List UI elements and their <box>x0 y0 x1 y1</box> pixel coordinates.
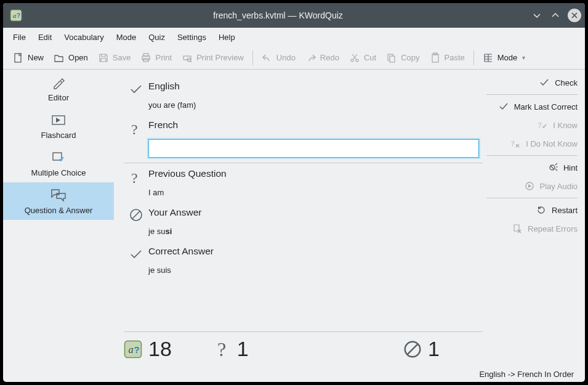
menu-file[interactable]: File <box>7 30 32 45</box>
toolbar-separator-2 <box>473 51 474 65</box>
check-icon <box>539 77 550 88</box>
undo-button-label: Undo <box>276 53 296 62</box>
body: Editor Flashcard Multiple Choice Questio… <box>3 70 585 366</box>
menu-help[interactable]: Help <box>212 30 241 45</box>
restart-button-label: Restart <box>552 206 578 215</box>
check-icon <box>124 246 148 262</box>
action-separator <box>486 94 578 95</box>
restart-icon <box>536 205 547 216</box>
sidebar-item-label: Flashcard <box>41 131 76 140</box>
answer-input[interactable] <box>148 139 479 158</box>
question-x-icon: ? <box>510 138 521 149</box>
hint-button[interactable]: Hint <box>486 158 578 177</box>
score-unanswered: ? 1 <box>216 337 249 361</box>
correct-answer-row: Correct Answer je suis <box>124 241 483 280</box>
minimize-button[interactable] <box>531 9 543 22</box>
score-row: a ? 18 ? 1 <box>124 331 483 361</box>
print-preview-icon <box>182 52 193 63</box>
score-remaining-value: 18 <box>148 337 172 361</box>
repeat-errors-label: Repeat Errors <box>528 224 578 233</box>
play-audio-label: Play Audio <box>540 182 578 191</box>
copy-button-label: Copy <box>401 53 419 62</box>
mark-last-correct-label: Mark Last Correct <box>514 102 578 111</box>
print-preview-button-label: Print Preview <box>196 53 244 62</box>
menu-edit[interactable]: Edit <box>32 30 58 45</box>
status-text: English -> French In Order <box>479 370 574 379</box>
mode-icon <box>483 52 494 63</box>
svg-line-23 <box>132 211 140 219</box>
window-title: french_verbs.kvtml — KWordQuiz <box>25 10 531 20</box>
cut-button: Cut <box>344 50 381 66</box>
print-button-label: Print <box>155 53 172 62</box>
window-buttons <box>531 9 581 22</box>
question-icon: ? <box>124 120 148 137</box>
multiple-choice-icon <box>50 151 67 164</box>
svg-text:?: ? <box>538 121 541 129</box>
svg-text:?: ? <box>217 339 226 360</box>
sidebar: Editor Flashcard Multiple Choice Questio… <box>3 70 114 366</box>
question-answer-icon <box>50 188 67 202</box>
undo-button: Undo <box>257 50 300 66</box>
mode-button[interactable]: Mode ▾ <box>478 50 531 66</box>
svg-text:?: ? <box>131 121 138 137</box>
maximize-button[interactable] <box>549 9 562 22</box>
check-button[interactable]: Check <box>486 73 578 92</box>
previous-question-value: I am <box>148 188 483 197</box>
sidebar-item-flashcard[interactable]: Flashcard <box>3 107 114 145</box>
svg-text:?: ? <box>134 344 140 355</box>
svg-text:a: a <box>129 344 134 355</box>
english-value: you are (fam) <box>148 100 483 110</box>
english-label: English <box>148 81 483 92</box>
quiz-content: English you are (fam) ? French ? <box>114 70 486 366</box>
sidebar-item-editor[interactable]: Editor <box>3 70 114 107</box>
menu-settings[interactable]: Settings <box>171 30 212 45</box>
restart-button[interactable]: Restart <box>486 201 578 219</box>
repeat-errors-icon <box>512 223 523 234</box>
menubar: File Edit Vocabulary Mode Quiz Settings … <box>3 28 585 46</box>
paste-button: Paste <box>425 50 470 66</box>
hint-button-label: Hint <box>563 163 578 172</box>
toolbar: New Open Save Print Print Preview <box>3 46 585 70</box>
svg-text:?: ? <box>511 139 514 148</box>
save-button-label: Save <box>113 53 131 62</box>
paste-button-label: Paste <box>445 53 465 62</box>
question-row-english: English you are (fam) <box>124 76 483 115</box>
score-wrong-value: 1 <box>428 337 440 361</box>
paste-icon <box>430 52 441 63</box>
menu-quiz[interactable]: Quiz <box>142 30 171 45</box>
open-button-label: Open <box>68 53 88 62</box>
i-do-not-know-button: ? I Do Not Know <box>486 134 578 153</box>
file-new-icon <box>13 52 24 63</box>
close-button[interactable] <box>568 9 581 22</box>
copy-icon <box>386 52 397 63</box>
score-unanswered-value: 1 <box>237 337 249 361</box>
your-answer-value: je susi <box>148 227 483 236</box>
previous-question-label: Previous Question <box>148 168 483 179</box>
menu-vocabulary[interactable]: Vocabulary <box>58 30 110 45</box>
toolbar-separator <box>252 51 253 65</box>
pencil-icon <box>50 76 67 89</box>
svg-text:?: ? <box>17 12 20 19</box>
correct-answer-value: je suis <box>148 265 483 275</box>
mode-button-label: Mode <box>497 53 518 62</box>
svg-rect-4 <box>19 54 21 55</box>
open-button[interactable]: Open <box>49 50 93 66</box>
check-icon <box>498 101 509 112</box>
mark-last-correct-button[interactable]: Mark Last Correct <box>486 97 578 116</box>
print-button: Print <box>135 50 177 66</box>
sidebar-item-question-answer[interactable]: Question & Answer <box>3 182 114 220</box>
sidebar-item-label: Question & Answer <box>25 206 93 215</box>
correct-answer-label: Correct Answer <box>148 246 483 257</box>
your-answer-label: Your Answer <box>148 207 483 218</box>
new-button[interactable]: New <box>8 50 49 66</box>
app-icon: a ? <box>9 9 23 22</box>
question-check-icon: ? <box>537 120 548 131</box>
menu-mode[interactable]: Mode <box>110 30 143 45</box>
application-window: a ? french_verbs.kvtml — KWordQuiz File … <box>3 3 585 382</box>
svg-text:?: ? <box>131 170 138 185</box>
svg-rect-15 <box>432 54 438 62</box>
check-button-label: Check <box>555 78 578 87</box>
sidebar-item-multiple-choice[interactable]: Multiple Choice <box>3 145 114 182</box>
undo-icon <box>262 52 273 63</box>
svg-line-29 <box>408 344 417 354</box>
